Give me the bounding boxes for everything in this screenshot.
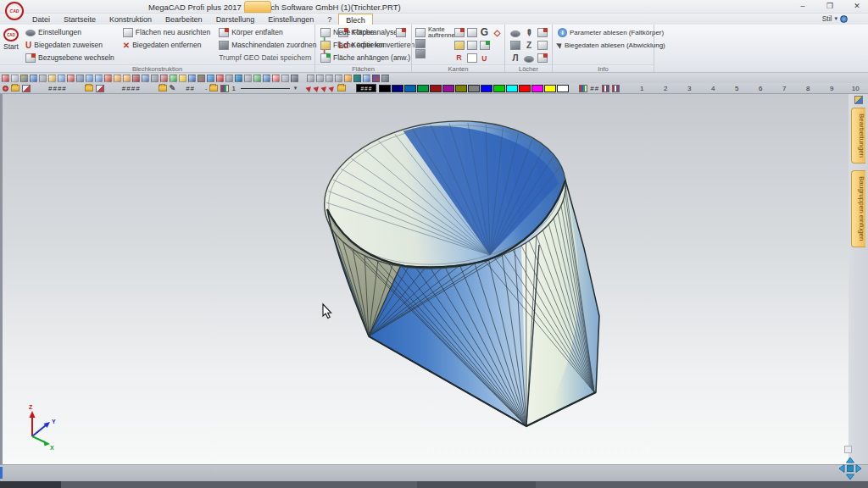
color-swatch-9b109b[interactable] [442,85,454,92]
line-caret-icon[interactable]: ▾ [294,85,298,92]
select-user-icon[interactable] [142,75,149,82]
z-slot-icon[interactable]: Z [526,41,531,50]
color-swatch-9b1010[interactable] [430,85,442,92]
ring-4-icon[interactable] [335,75,342,82]
undo-icon[interactable] [114,75,121,82]
edge-box-icon[interactable] [467,28,477,37]
cut-icon[interactable] [160,75,168,82]
linetype-folder-icon[interactable] [209,85,218,92]
save-icon[interactable] [30,75,37,82]
import-file-icon[interactable] [67,75,75,82]
color-grid-icon[interactable] [579,85,587,92]
image-icon[interactable] [22,85,31,92]
panel-grid-icon[interactable] [854,96,863,104]
ribbon-button-biegedaten-entfernen[interactable]: ✕ Biegedaten entfernen [121,39,212,51]
edge-cut-icon[interactable] [454,28,465,37]
pages-blue-2-icon[interactable] [95,75,103,82]
color-swatch-009f3c[interactable] [417,85,429,92]
pen-yellow-icon[interactable] [179,75,186,82]
brush-icon[interactable] [2,75,9,82]
ribbon-button-maschinendaten-zuordnen[interactable]: Maschinendaten zuordnen [217,39,318,51]
view-number-4[interactable]: 4 [701,85,725,92]
view-number-9[interactable]: 9 [820,85,843,92]
counterbore-icon[interactable] [510,41,520,50]
view-number-7[interactable]: 7 [772,85,796,92]
layer-grid-icon[interactable] [220,85,229,92]
ribbon-button-einstellungen[interactable]: Einstellungen [24,26,116,38]
box-red-icon[interactable] [216,75,224,82]
minimize-button[interactable]: – [795,1,810,12]
diamond-outline-icon[interactable]: ◇ [494,28,501,37]
color-swatch-000000[interactable] [379,85,391,92]
pen-icon[interactable]: ✎ [170,84,176,93]
ribbon-button-flaechen-neu-ausrichten[interactable]: Flächen neu ausrichten [121,26,212,38]
start-button[interactable]: CAD Start [3,26,19,65]
ribbon-button-koerper-entfalten[interactable]: Körper entfalten [217,26,318,38]
open-folder-icon[interactable] [20,75,28,82]
menu-item-konstruktion[interactable]: Konstruktion [103,14,159,25]
hole-box-icon[interactable] [537,28,548,37]
stamp-icon[interactable] [132,75,140,82]
options-icon[interactable] [39,75,47,82]
page-gray-icon[interactable] [151,75,159,82]
dot-small-icon[interactable] [381,75,389,82]
copy-files-icon[interactable] [58,75,65,82]
erase-green-icon[interactable] [170,75,177,82]
color-swatch-00ffff[interactable] [506,85,518,92]
color-swatch-00d000[interactable] [493,85,505,92]
t-slot-icon[interactable]: Л [512,53,518,63]
hatch-2-icon[interactable] [612,85,620,92]
monitor-icon[interactable] [263,75,270,82]
globe-icon[interactable] [207,75,214,82]
edit-file-icon[interactable] [48,75,56,82]
ribbon-button-parameter-ablesen[interactable]: i Parameter ablesen (Faltkörper) [556,26,650,38]
line-sample[interactable] [241,88,290,89]
pen-folder-icon[interactable] [159,85,167,92]
box-white-red-icon[interactable] [272,75,280,82]
menu-item-?[interactable]: ? [320,14,338,25]
record-dot-icon[interactable] [3,86,8,92]
corner-box-icon[interactable] [467,41,477,50]
select-cursor-3-icon[interactable] [321,84,329,92]
ribbon-button-flaeche-anhaengen[interactable]: Fläche anhängen (anw.) [319,52,408,64]
redo-icon[interactable] [123,75,131,82]
close-button[interactable]: ✕ [849,1,865,12]
view-number-3[interactable]: 3 [677,85,701,92]
select-cursor-2-icon[interactable] [314,84,321,92]
color-swatch-ffff00[interactable] [544,85,556,92]
ring-1-icon[interactable] [307,75,314,82]
pencil-icon[interactable]: ✎ [523,27,535,39]
restore-button[interactable]: ❐ [822,1,837,12]
view-number-5[interactable]: 5 [725,85,748,92]
ribbon-button-flaeche-editieren[interactable]: Fläche editieren [319,39,408,51]
color-swatch-0000ff[interactable] [481,85,492,92]
ribbon-button-biegedaten-zuweisen[interactable]: U Biegedaten zuweisen [24,39,116,51]
view-number-6[interactable]: 6 [748,85,772,92]
rect-hole-icon[interactable] [537,53,548,63]
box-gray-icon[interactable] [281,75,289,82]
new-file-icon[interactable] [11,75,19,82]
settings-gear-icon[interactable] [76,75,84,82]
color-swatch-ff0000[interactable] [519,85,531,92]
box-dark-icon[interactable] [291,75,298,82]
menu-item-bearbeiten[interactable]: Bearbeiten [159,14,209,25]
ring-2-icon[interactable] [316,75,324,82]
color-swatch-808080[interactable] [468,85,480,92]
hatch-1-icon[interactable] [602,85,609,92]
corner-yellow-icon[interactable] [454,41,465,50]
jug-orange-icon[interactable] [344,75,352,82]
tab-baugruppen-einfuegen[interactable]: Baugruppen einfügen [851,170,865,247]
palette-icon[interactable] [198,75,205,82]
globe-2-icon[interactable] [235,75,242,82]
g-letter-icon[interactable]: G [481,28,488,37]
pan-navigation-icon[interactable] [837,456,863,481]
ribbon-button-trumpf-geo-speichern[interactable]: Trumpf GEO Datei speichern [217,52,318,64]
lock-folder-icon[interactable] [337,85,346,92]
sphere-green-icon[interactable] [253,75,261,82]
menu-item-darstellung[interactable]: Darstellung [209,14,262,25]
ribbon-button-biegedaten-ablesen[interactable]: Biegedaten ablesen (Abwicklung) [556,39,650,51]
u-channel-icon[interactable]: ∪ [481,53,487,63]
pages-blue-icon[interactable] [86,75,93,82]
color-swatch-7f7f00[interactable] [455,85,467,92]
corner-green-icon[interactable] [480,41,490,50]
